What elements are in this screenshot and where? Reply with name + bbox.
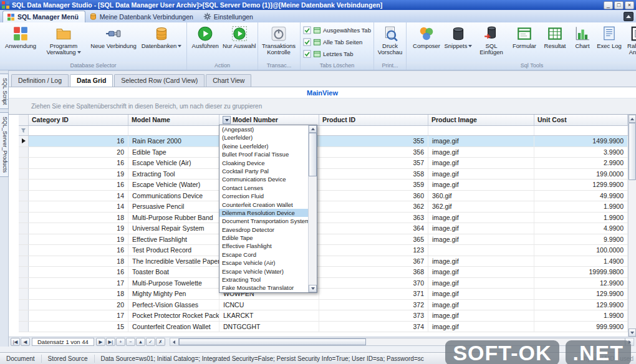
cancel-edit-button[interactable]: ✗	[156, 338, 165, 346]
dropdown-item[interactable]: Bullet Proof Facial Tissue	[219, 150, 308, 158]
vertical-scrollbar[interactable]	[628, 115, 636, 337]
programm-verwaltung-button[interactable]: Programm Verwaltung	[40, 24, 87, 62]
vertical-scroll-thumb[interactable]	[629, 123, 636, 180]
table-row[interactable]: 20 Perfect-Vision Glasses ICNCU 372 imag…	[19, 300, 628, 311]
dropdown-item[interactable]: Cloaking Device	[219, 159, 308, 167]
ribbon-collapse-button[interactable]	[624, 12, 634, 21]
druck-vorschau-button[interactable]: Druck Vorschau	[375, 24, 405, 62]
table-row[interactable]: 16 Escape Vehicle (Water) 359 image.gif …	[19, 180, 628, 191]
dropdown-item[interactable]: Contact Lenses	[219, 184, 308, 192]
ribbon-tab-sql-manager-menu[interactable]: SQL Manager Menü	[2, 11, 85, 22]
resultat-button[interactable]: Resultat	[540, 24, 570, 62]
neue-verbindung-button[interactable]: Neue Verbindung	[87, 24, 140, 62]
tab-data-grid[interactable]: Data Grid	[70, 74, 113, 87]
dropdown-item[interactable]: Eavesdrop Detector	[219, 226, 308, 234]
checkbox-letztes-tab[interactable]: Letztes Tab	[303, 49, 371, 59]
column-header-product-image[interactable]: Product Image	[428, 115, 534, 125]
snippets-button[interactable]: Snippets	[443, 24, 474, 62]
sql-einfuegen-button[interactable]: SQL Einfügen	[474, 24, 509, 62]
table-row[interactable]: 15 Counterfeit Creation Wallet DNTGCGHT …	[19, 322, 628, 333]
chart-button[interactable]: Chart	[570, 24, 595, 62]
nur-auswahl-button[interactable]: Nur Auswahl	[223, 24, 257, 62]
dropdown-item[interactable]: Escape Vehicle (Water)	[219, 267, 308, 275]
dropdown-item[interactable]: Escape Cord	[219, 251, 308, 259]
dropdown-item[interactable]: Cocktail Party Pal	[219, 167, 308, 175]
dropdown-scroll-down-button[interactable]	[309, 285, 317, 292]
end-edit-button[interactable]: ✓	[146, 338, 155, 346]
minimize-button[interactable]: _	[604, 1, 613, 9]
transaktions-kontrolle-button[interactable]: Transaktions Kontrolle	[259, 24, 298, 62]
table-row[interactable]: 14 Communications Device 360 360.gif 49.…	[19, 191, 628, 202]
dropdown-scroll-thumb[interactable]	[309, 133, 317, 176]
column-header-unit-cost[interactable]: Unit Cost	[534, 115, 628, 125]
dropdown-item[interactable]: Communications Device	[219, 175, 308, 183]
next-record-button[interactable]: ▶	[96, 338, 105, 346]
ribbon-tab-meine-datenbank-verbindungen[interactable]: Meine Datenbank Verbindungen	[85, 11, 200, 22]
column-header-model-number[interactable]: Model Number	[219, 115, 319, 125]
anwendung-button[interactable]: Anwendung	[1, 24, 40, 62]
column-header-product-id[interactable]: Product ID	[319, 115, 428, 125]
view-title[interactable]: MainView	[9, 87, 636, 98]
ausfuehren-button[interactable]: Ausführen	[188, 24, 223, 62]
filter-cell[interactable]	[534, 126, 628, 135]
exec-log-button[interactable]: Exec Log	[595, 24, 624, 62]
scroll-left-button[interactable]	[170, 338, 179, 345]
dropdown-item[interactable]: Dilemma Resolution Device	[219, 209, 308, 217]
scroll-up-button[interactable]	[629, 115, 636, 123]
datenbanken-button[interactable]: Datenbanken	[140, 24, 183, 62]
ribbon-tab-einstellungen[interactable]: Einstellungen	[200, 11, 259, 22]
dropdown-item[interactable]: (Angepasst)	[219, 125, 308, 133]
column-header-category-id[interactable]: Category ID	[29, 115, 128, 125]
dropdown-item[interactable]: Extracting Tool	[219, 275, 308, 284]
tab-chart-view[interactable]: Chart View	[206, 74, 251, 87]
last-record-button[interactable]: ▶|	[106, 338, 115, 346]
table-row[interactable]: 18 The Incredible Versatile Paperclip 36…	[19, 256, 628, 267]
filter-dropdown-button[interactable]	[223, 116, 231, 124]
table-row[interactable]: 16 Test Product Record 123 100.0000	[19, 245, 628, 256]
table-row[interactable]: 16 Escape Vehicle (Air) 357 image.gif 2.…	[19, 158, 628, 169]
tab-definition-log[interactable]: Definition / Log	[11, 74, 69, 87]
previous-record-button[interactable]: ◀	[21, 338, 30, 346]
dropdown-item[interactable]: Escape Vehicle (Air)	[219, 259, 308, 267]
composer-button[interactable]: Composer	[410, 24, 443, 62]
table-row[interactable]: 19 Universal Repair System 364 image.gif…	[19, 223, 628, 234]
horizontal-scroll-thumb[interactable]	[179, 338, 366, 345]
checkbox-alle-tab-seiten[interactable]: Alle Tab Seiten	[303, 37, 371, 47]
append-record-button[interactable]: +	[116, 338, 125, 346]
dropdown-scrollbar[interactable]	[308, 125, 317, 292]
filter-cell[interactable]	[319, 126, 428, 135]
table-row[interactable]: 18 Multi-Purpose Rubber Band 363 image.g…	[19, 213, 628, 224]
table-row[interactable]: 17 Pocket Protector Rocket Pack LKARCKT …	[19, 310, 628, 322]
dropdown-item[interactable]: (Leerfelder)	[219, 133, 308, 141]
table-row[interactable]: 16 Toaster Boat 368 image.gif 19999.9800	[19, 267, 628, 278]
filter-cell[interactable]	[128, 126, 219, 135]
table-row[interactable]: 19 Effective Flashlight 365 image.gif 9.…	[19, 234, 628, 246]
side-tab-sql-server-products[interactable]: SQL_Server_Products	[0, 112, 9, 177]
delete-record-button[interactable]: −	[126, 338, 135, 346]
edit-record-button[interactable]: ▲	[136, 338, 145, 346]
table-row[interactable]: 19 Extracting Tool 358 image.gif 199.000…	[19, 169, 628, 180]
first-record-button[interactable]: |◀	[11, 338, 20, 346]
scroll-down-button[interactable]	[629, 328, 636, 337]
tab-selected-row-card-view[interactable]: Selected Row (Card View)	[114, 74, 205, 87]
dropdown-item[interactable]: Correction Fluid	[219, 192, 308, 200]
dropdown-item[interactable]: (keine Leerfelder)	[219, 142, 308, 150]
dropdown-item[interactable]: Counterfeit Creation Wallet	[219, 201, 308, 209]
maximize-button[interactable]: □	[614, 1, 624, 9]
dropdown-scroll-up-button[interactable]	[309, 125, 317, 133]
close-button[interactable]: ×	[625, 1, 634, 9]
dropdown-item[interactable]: Fake Moustache Translator	[219, 284, 308, 292]
formular-button[interactable]: Formular	[509, 24, 540, 62]
filter-cell[interactable]	[29, 126, 128, 135]
dropdown-item[interactable]: Edible Tape	[219, 234, 308, 242]
table-row[interactable]: 16 Rain Racer 2000 355 image.gif 1499.99…	[19, 136, 628, 147]
rahmen-an-aus-button[interactable]: Rahmen An/Aus	[624, 24, 636, 62]
table-row[interactable]: 17 Multi-Purpose Towelette 370 image.gif…	[19, 278, 628, 289]
table-row[interactable]: 18 Mighty Mighty Pen WOWPEN 371 image.gi…	[19, 289, 628, 300]
dropdown-item[interactable]: Document Transportation System	[219, 217, 308, 225]
checkbox-ausgewaehltes-tab[interactable]: Ausgewähltes Tab	[303, 25, 371, 36]
dropdown-item[interactable]: Effective Flashlight	[219, 242, 308, 250]
side-tab-sql-script[interactable]: SQL Script	[0, 74, 9, 109]
column-header-model-name[interactable]: Model Name	[128, 115, 219, 125]
table-row[interactable]: 14 Persuasive Pencil 362 362.gif 1.9900	[19, 201, 628, 213]
